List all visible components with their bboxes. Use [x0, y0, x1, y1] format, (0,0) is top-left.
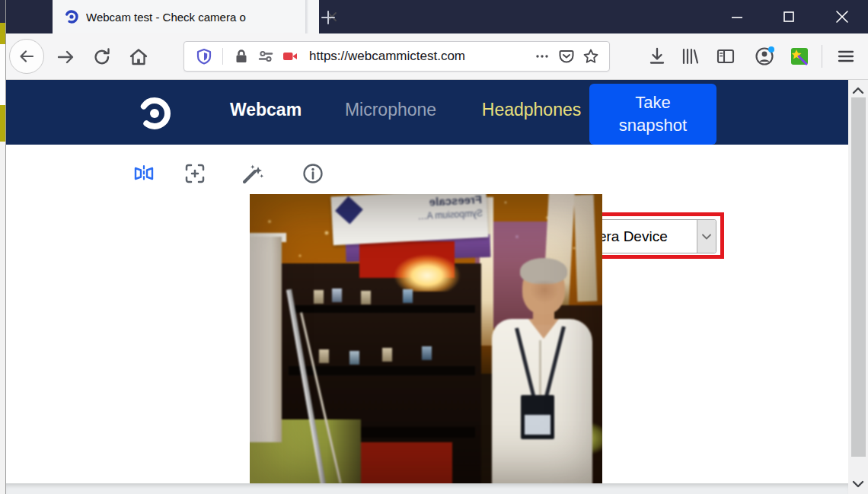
info-icon[interactable] — [302, 162, 324, 185]
lock-icon[interactable] — [233, 48, 250, 65]
magic-wand-icon[interactable] — [241, 162, 264, 185]
home-icon[interactable] — [128, 46, 149, 68]
page-bottom-strip — [6, 483, 848, 494]
site-header: Webcam Microphone Headphones Take snapsh… — [6, 80, 848, 145]
take-snapshot-button[interactable]: Take snapshot — [589, 84, 716, 145]
select-dropdown-button[interactable] — [697, 220, 716, 253]
webpage: Webcam Microphone Headphones Take snapsh… — [6, 80, 848, 494]
account-icon — [754, 46, 775, 67]
download-icon[interactable] — [646, 46, 668, 67]
desktop-fragment — [0, 105, 5, 142]
back-icon — [17, 46, 37, 66]
page-viewport: Webcam Microphone Headphones Take snapsh… — [6, 80, 868, 494]
sidebar-icon[interactable] — [715, 46, 736, 67]
video-vignette — [250, 194, 602, 483]
desktop-fragment — [0, 0, 5, 23]
page-actions-dots-icon[interactable] — [534, 48, 550, 65]
new-tab-icon — [320, 9, 337, 26]
toolbar-divider — [822, 45, 822, 68]
mirror-flip-icon[interactable] — [132, 162, 155, 185]
pocket-icon[interactable] — [558, 48, 575, 65]
tab-title: Webcam test - Check camera o — [86, 11, 269, 24]
url-bar[interactable]: https://webcammictest.com — [183, 41, 610, 72]
webcam-lens-logo[interactable] — [137, 96, 172, 131]
scroll-up-arrow[interactable] — [850, 83, 866, 98]
forward-icon[interactable] — [55, 46, 76, 68]
video-controls-row: Virtual Camera Device — [6, 145, 848, 194]
scrollbar-thumb[interactable] — [851, 97, 866, 457]
library-icon[interactable] — [679, 46, 700, 67]
nav-webcam[interactable]: Webcam — [230, 100, 302, 120]
scroll-down-arrow[interactable] — [850, 476, 866, 492]
account-button[interactable] — [754, 46, 775, 67]
navigation-toolbar: https://webcammictest.com — [6, 33, 868, 80]
tab-favicon-webcam-target-icon — [64, 9, 79, 24]
nav-microphone[interactable]: Microphone — [345, 100, 436, 120]
browser-tab[interactable]: Webcam test - Check camera o — [53, 0, 305, 33]
minimize-icon[interactable] — [728, 8, 746, 26]
tracking-protection-shield-icon[interactable] — [196, 48, 212, 65]
urlbar-divider — [222, 48, 223, 65]
webcam-video: Freescale Symposium A… — [250, 194, 602, 483]
browser-window: Webcam test - Check camera o — [5, 0, 868, 494]
page-scrollbar[interactable] — [848, 80, 868, 494]
chevron-down-icon — [701, 233, 712, 241]
extension-wand-icon[interactable] — [789, 46, 810, 67]
center-focus-icon[interactable] — [183, 162, 206, 185]
back-button[interactable] — [9, 39, 44, 74]
bookmark-star-icon[interactable] — [582, 48, 599, 65]
desktop-fragment — [0, 44, 5, 105]
camera-active-icon[interactable] — [282, 48, 298, 65]
reload-icon[interactable] — [91, 46, 113, 68]
nav-headphones[interactable]: Headphones — [482, 100, 581, 120]
close-window-icon[interactable] — [833, 8, 851, 26]
tab-bar: Webcam test - Check camera o — [6, 0, 868, 33]
desktop-fragment — [0, 23, 5, 44]
permissions-icon[interactable] — [257, 48, 274, 65]
url-text[interactable]: https://webcammictest.com — [309, 49, 530, 64]
desktop-edge-strip — [0, 0, 5, 494]
menu-hamburger-icon[interactable] — [835, 46, 857, 67]
maximize-icon[interactable] — [780, 8, 798, 26]
new-tab-button[interactable] — [312, 6, 344, 29]
